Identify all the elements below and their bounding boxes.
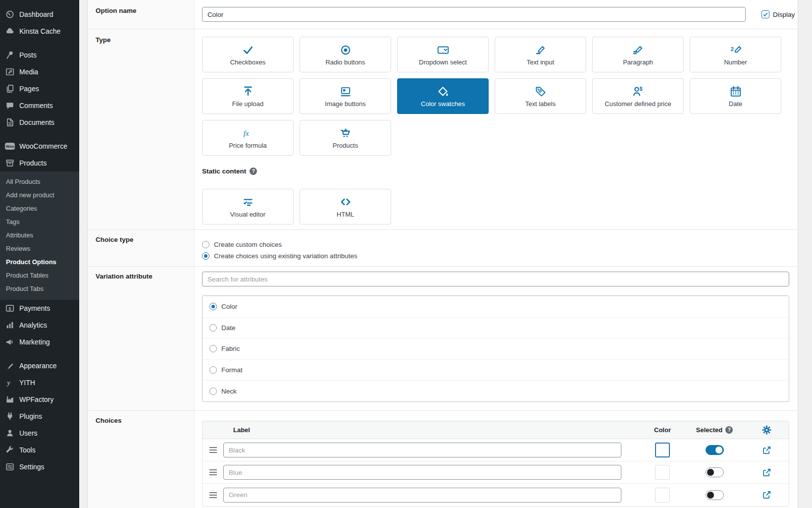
open-choice-button[interactable]	[744, 446, 789, 455]
color-swatch[interactable]	[655, 465, 670, 480]
radio-icon[interactable]	[209, 388, 217, 395]
choice-row	[203, 461, 789, 484]
submenu-item[interactable]: Tags	[0, 215, 79, 228]
sidebar-item-label: Settings	[19, 463, 45, 471]
help-icon[interactable]: ?	[250, 168, 257, 175]
display-checkbox-wrap[interactable]: Display	[761, 10, 795, 18]
sidebar-item[interactable]: Tools	[0, 442, 79, 458]
type-tile[interactable]: Dropdown select	[397, 37, 489, 72]
choices-settings-button[interactable]	[744, 425, 789, 435]
choice-type-option[interactable]: Create choices using existing variation …	[202, 252, 789, 260]
choice-label-input[interactable]	[223, 443, 621, 457]
submenu-item[interactable]: Reviews	[0, 242, 79, 255]
sidebar-item[interactable]: Appearance	[0, 357, 79, 374]
sidebar-item[interactable]: Media	[0, 63, 79, 80]
type-tile[interactable]: Text labels	[495, 78, 586, 114]
submenu-item[interactable]: Categories	[0, 202, 79, 215]
type-tile[interactable]: Color swatches	[397, 78, 489, 114]
static-content-tile[interactable]: Visual editor	[202, 189, 294, 225]
sidebar-item[interactable]: Comments	[0, 97, 79, 114]
type-tile[interactable]: Date	[690, 78, 781, 114]
sidebar-item[interactable]: Pages	[0, 80, 79, 97]
radio-icon[interactable]	[209, 366, 217, 374]
color-swatch[interactable]	[655, 488, 670, 503]
sidebar-item[interactable]: Plugins	[0, 408, 79, 425]
sidebar-item-label: Documents	[19, 118, 54, 126]
help-icon[interactable]: ?	[725, 426, 733, 434]
option-name-input[interactable]	[202, 7, 746, 22]
static-content-tile[interactable]: HTML	[300, 189, 391, 225]
text-input-icon	[534, 44, 547, 56]
attribute-search-input[interactable]	[202, 272, 789, 286]
drag-handle[interactable]	[209, 447, 217, 453]
submenu-item[interactable]: Product Tabs	[0, 282, 79, 295]
selected-toggle[interactable]	[706, 490, 724, 500]
attribute-option[interactable]: Format	[203, 359, 789, 381]
type-tile[interactable]: Paragraph	[592, 37, 684, 72]
submenu-item[interactable]: Add new product	[0, 188, 79, 202]
submenu-item[interactable]: Attributes	[0, 228, 79, 242]
attribute-option[interactable]: Neck	[203, 380, 789, 401]
choice-type-option[interactable]: Create custom choices	[202, 241, 789, 248]
radio-icon[interactable]	[202, 241, 209, 248]
sidebar-item-label: Users	[19, 429, 38, 437]
type-tile[interactable]: Radio buttons	[300, 37, 391, 72]
sidebar-item[interactable]: Analytics	[0, 317, 79, 334]
comment-icon	[5, 101, 15, 111]
radio-icon[interactable]	[209, 324, 217, 332]
radio-icon[interactable]	[209, 303, 217, 310]
sidebar-item[interactable]: Users	[0, 425, 79, 442]
choices-label: Choices	[96, 417, 186, 424]
radio-icon[interactable]	[202, 252, 209, 260]
submenu-item[interactable]: All Products	[0, 175, 79, 188]
attribute-option[interactable]: Color	[203, 296, 789, 317]
yith-icon: y	[5, 378, 15, 388]
open-choice-button[interactable]	[744, 468, 789, 477]
type-tile[interactable]: Checkboxes	[202, 37, 294, 72]
svg-text:fx: fx	[243, 128, 249, 137]
sidebar-item[interactable]: Marketing	[0, 334, 79, 350]
type-tile[interactable]: File upload	[202, 78, 294, 114]
sidebar-item[interactable]: Woo WooCommerce	[0, 138, 79, 155]
sidebar-item[interactable]: Products	[0, 155, 79, 171]
attribute-option[interactable]: Date	[203, 317, 789, 339]
sidebar-item-label: Tools	[19, 446, 36, 454]
choices-table: Label Color Selected ?	[202, 421, 789, 507]
open-choice-button[interactable]	[744, 490, 789, 500]
sidebar-item[interactable]: WPFactory	[0, 391, 79, 408]
type-tile[interactable]: Image buttons	[300, 78, 391, 114]
static-tile-label: Visual editor	[230, 211, 265, 218]
selected-toggle[interactable]	[706, 467, 724, 477]
color-swatch[interactable]	[655, 443, 670, 457]
sidebar-item-label: Analytics	[19, 321, 47, 329]
sidebar-item[interactable]: Documents	[0, 114, 79, 131]
type-tile[interactable]: Text input	[495, 37, 586, 72]
type-tile[interactable]: 2 Number	[690, 37, 781, 72]
choice-label-input[interactable]	[223, 465, 621, 480]
type-tile[interactable]: $ Customer defined price	[592, 78, 684, 114]
sidebar-item[interactable]: Kinsta Cache	[0, 23, 79, 40]
sidebar-item-label: YITH	[19, 379, 35, 387]
sidebar-item[interactable]: Posts	[0, 47, 79, 63]
swatches-icon	[437, 85, 450, 98]
column-color: Color	[640, 426, 685, 434]
radio-icon[interactable]	[209, 345, 217, 352]
submenu-item[interactable]: Product Tables	[0, 269, 79, 282]
display-checkbox[interactable]	[761, 10, 769, 18]
drag-handle[interactable]	[209, 469, 217, 475]
sidebar-item[interactable]: Settings	[0, 458, 79, 475]
sidebar-item-label: Dashboard	[19, 10, 53, 18]
choice-label-input[interactable]	[223, 488, 621, 503]
type-tile[interactable]: Products	[300, 120, 391, 156]
sidebar-item[interactable]: $ Payments	[0, 300, 79, 317]
person-price-icon: $	[632, 85, 645, 98]
attribute-option-label: Date	[221, 324, 236, 332]
type-tile[interactable]: fx Price formula	[202, 120, 294, 156]
dropdown-icon	[437, 44, 450, 56]
drag-handle[interactable]	[209, 492, 217, 498]
selected-toggle[interactable]	[706, 445, 724, 455]
sidebar-item[interactable]: Dashboard	[0, 6, 79, 23]
attribute-option[interactable]: Fabric	[203, 338, 789, 359]
sidebar-item[interactable]: y YITH	[0, 374, 79, 391]
submenu-item[interactable]: Product Options	[0, 255, 79, 269]
